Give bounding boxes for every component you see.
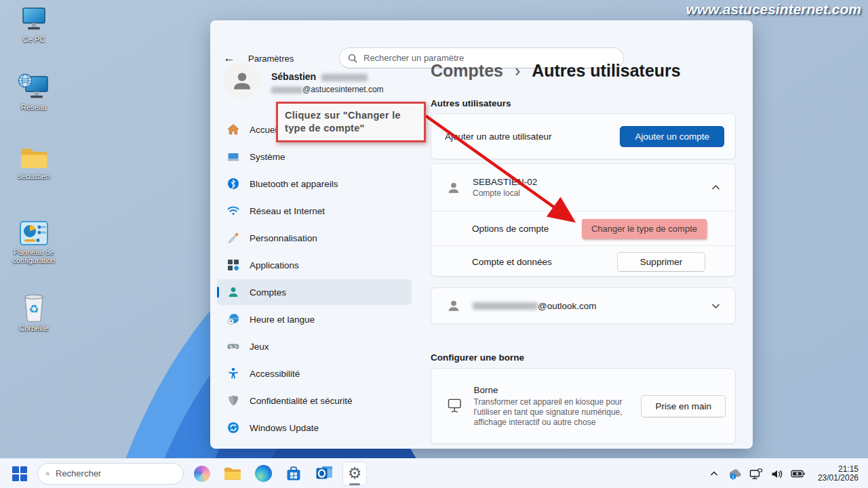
sidebar-item-jeux[interactable]: Jeux	[217, 333, 412, 359]
outlook-icon	[316, 466, 333, 481]
account-options-label: Options de compte	[472, 224, 549, 234]
taskbar: ⚙ i	[0, 458, 868, 488]
control-panel-icon	[3, 220, 65, 247]
person-icon	[446, 298, 461, 313]
chevron-down-icon[interactable]	[711, 303, 720, 309]
sidebar-item-comptes[interactable]: Comptes	[217, 279, 412, 305]
sidebar-item-label: Système	[250, 152, 285, 162]
copilot-icon	[194, 466, 210, 482]
taskbar-search-input[interactable]	[56, 468, 175, 479]
sidebar-item-label: Accueil	[250, 125, 279, 135]
sidebar-nav: Accueil Système Bluetooth et appareils R…	[217, 117, 412, 442]
redacted-last-name	[321, 74, 368, 81]
sidebar-item-label: Confidentialité et sécurité	[250, 396, 353, 406]
sidebar-item-label: Personnalisation	[250, 233, 317, 243]
tray-network[interactable]	[748, 464, 764, 483]
start-button[interactable]	[8, 462, 31, 485]
sidebar-item-bluetooth[interactable]: Bluetooth et appareils	[217, 171, 412, 197]
local-account-type: Compte local	[473, 188, 711, 198]
person-icon	[231, 69, 254, 92]
taskbar-explorer[interactable]	[220, 462, 245, 486]
accessibility-icon	[226, 367, 239, 380]
breadcrumb-parent[interactable]: Comptes	[431, 61, 503, 80]
windows-logo-icon	[12, 466, 27, 481]
time-language-icon	[226, 313, 239, 326]
taskbar-search[interactable]	[37, 463, 184, 485]
apps-icon	[226, 259, 239, 272]
desktop-icon-corbeille[interactable]: ♻ Corbeille	[3, 293, 65, 332]
clock-date: 23/01/2026	[818, 474, 859, 483]
battery-charging-icon	[791, 470, 805, 478]
tray-chevron-up[interactable]	[706, 464, 722, 483]
onedrive-cloud-icon: i	[728, 468, 743, 480]
sidebar-item-heure-langue[interactable]: Heure et langue	[217, 306, 412, 332]
ms-account-card[interactable]: @outlook.com	[431, 287, 736, 324]
sidebar-item-label: Accessibilité	[250, 369, 300, 379]
tray-onedrive[interactable]: i	[727, 464, 743, 483]
chevron-up-icon	[710, 471, 718, 476]
local-account-card: SEBASTIEN-02 Compte local Options de com…	[431, 163, 736, 277]
desktop-icon-label: Ce PC	[3, 35, 65, 43]
local-account-header[interactable]: SEBASTIEN-02 Compte local	[431, 164, 735, 211]
taskbar-outlook[interactable]	[312, 462, 336, 486]
window-title: Paramètres	[248, 54, 294, 64]
annotation-callout-text: Cliquez sur "Changer le type de compte"	[285, 109, 417, 135]
shield-icon	[226, 394, 239, 407]
breadcrumb-current: Autres utilisateurs	[532, 61, 681, 80]
sidebar-item-label: Jeux	[250, 342, 269, 352]
add-user-card: Ajouter un autre utilisateur Ajouter un …	[431, 113, 736, 159]
add-account-button[interactable]: Ajouter un compte	[620, 126, 724, 147]
settings-window: ← Paramètres Sébastien @astucesinternet.…	[210, 20, 753, 449]
breadcrumb: Comptes › Autres utilisateurs	[431, 61, 681, 81]
taskbar-settings[interactable]: ⚙	[342, 462, 367, 486]
edge-icon	[255, 465, 272, 482]
local-account-name: SEBASTIEN-02	[473, 177, 711, 187]
sidebar-item-label: Applications	[250, 260, 299, 270]
delete-account-button[interactable]: Supprimer	[617, 252, 705, 272]
wifi-icon	[226, 205, 239, 218]
main-content: Comptes › Autres utilisateurs Autres uti…	[431, 20, 736, 449]
desktop-icon-label: Panneau de configuration	[3, 248, 65, 264]
sidebar-item-label: Bluetooth et appareils	[250, 179, 338, 189]
system-tray: i	[706, 459, 863, 488]
gear-icon: ⚙	[348, 466, 362, 481]
sidebar-item-applications[interactable]: Applications	[217, 252, 412, 278]
taskbar-copilot[interactable]	[190, 462, 214, 486]
sidebar-item-accessibilite[interactable]: Accessibilité	[217, 361, 412, 386]
breadcrumb-separator: ›	[515, 61, 520, 80]
sidebar-item-systeme[interactable]: Système	[217, 144, 412, 169]
desktop-icon-panneau-configuration[interactable]: Panneau de configuration	[3, 220, 65, 264]
tray-battery[interactable]	[790, 464, 806, 483]
network-icon	[749, 468, 763, 480]
tray-volume[interactable]	[769, 464, 785, 483]
taskbar-clock[interactable]: 21:15 23/01/2026	[814, 464, 863, 484]
section-title-configurer-borne: Configurer une borne	[431, 352, 524, 363]
desktop-icon-label: Réseau	[3, 103, 65, 111]
kiosk-icon	[446, 397, 463, 415]
desktop-icon-ce-pc[interactable]: Ce PC	[3, 7, 65, 43]
taskbar-edge[interactable]	[251, 462, 275, 486]
sidebar-item-windows-update[interactable]: Windows Update	[217, 415, 412, 441]
desktop-icon-reseau[interactable]: Réseau	[3, 72, 65, 111]
profile-name: Sébastien	[271, 71, 368, 82]
sidebar-item-confidentialite[interactable]: Confidentialité et sécurité	[217, 388, 412, 413]
sidebar-item-label: Heure et langue	[250, 314, 315, 325]
chevron-up-icon[interactable]	[711, 184, 720, 190]
ms-account-email: @outlook.com	[473, 301, 711, 311]
sidebar-item-personnalisation[interactable]: Personnalisation	[217, 225, 412, 251]
site-watermark: www.astucesinternet.com	[686, 1, 861, 18]
sidebar-item-reseau-internet[interactable]: Réseau et Internet	[217, 198, 412, 224]
kiosk-get-started-button[interactable]: Prise en main	[641, 395, 726, 418]
section-title-autres-utilisateurs: Autres utilisateurs	[431, 98, 511, 108]
annotation-callout: Cliquez sur "Changer le type de compte"	[276, 102, 426, 142]
desktop-icon-label: Corbeille	[3, 324, 65, 332]
account-data-label: Compte et données	[472, 257, 552, 267]
change-account-type-button[interactable]: Changer le type de compte	[582, 219, 707, 239]
person-icon	[446, 180, 461, 195]
taskbar-store[interactable]	[281, 462, 306, 486]
add-user-label: Ajouter un autre utilisateur	[445, 131, 552, 142]
bluetooth-icon	[226, 178, 239, 190]
desktop: www.astucesinternet.com Ce PC	[0, 0, 868, 488]
redacted-email-prefix	[271, 87, 302, 94]
desktop-icon-sebastien[interactable]: sebastien	[3, 145, 65, 180]
